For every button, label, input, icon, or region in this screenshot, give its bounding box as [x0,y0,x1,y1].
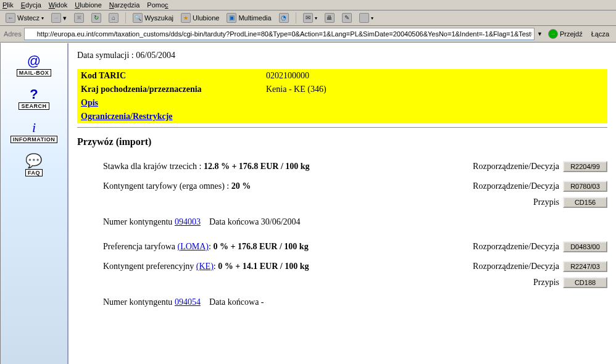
forward-icon [51,13,61,23]
history-button[interactable] [277,12,291,23]
question-icon: ? [19,88,49,101]
mailbox-icon: @ [17,54,52,68]
r3-enddate: Data końcowa 30/06/2004 [201,217,301,226]
menu-edit[interactable]: Edycja [21,1,41,9]
mail-icon [303,13,313,23]
regulation-button-r0780-03[interactable]: R0780/03 [563,181,607,192]
row-preferential-quota: Kontyngent preferencyjny (KE): 0 % + 14.… [103,259,607,275]
chat-icon: 💬 [25,154,43,168]
left-nav: @ MAIL-BOX ? SEARCH i INFORMATION 💬 FAQ [1,43,69,364]
nav-search[interactable]: ? SEARCH [19,88,49,110]
nav-information-label: INFORMATION [10,136,57,143]
home-button[interactable] [107,12,120,23]
menu-bar: Plik Edycja Widok Ulubione Narzędzia Pom… [0,0,616,10]
footnote-button-cd188[interactable]: CD188 [563,277,607,288]
row-tariff-quota: Kontyngent taryfowy (erga omnes) : 20 % … [103,178,607,194]
stop-icon [74,13,84,23]
import-rows: Stawka dla krajów trzecich : 12.8 % + 17… [77,159,607,310]
quota-link-094003[interactable]: 094003 [175,217,201,226]
menu-help[interactable]: Pomoc [147,1,168,9]
r2-prefix: Kontyngent taryfowy (erga omnes) : [103,181,231,191]
regulation-label: Rozporządzenie/Decyzja [473,162,559,172]
simulation-date-line: Data symulacji : 06/05/2004 [77,51,607,60]
taric-value: 0202100000 [262,69,607,83]
main-content: Data symulacji : 06/05/2004 Kod TARIC 02… [69,43,616,364]
nav-faq-label: FAQ [25,169,43,176]
r1-prefix: Stawka dla krajów trzecich : [103,162,204,171]
footnote-button-cd156[interactable]: CD156 [563,197,607,208]
mail-button[interactable] [301,12,319,23]
import-heading: Przywóz (import) [77,136,607,147]
back-label: Wstecz [17,14,40,22]
media-icon [227,13,236,23]
nav-mailbox[interactable]: @ MAIL-BOX [17,54,52,77]
home-icon [109,13,119,23]
simulation-date-label: Data symulacji : [77,51,134,60]
quota-link-094054[interactable]: 094054 [175,297,201,307]
print-button[interactable] [323,12,336,23]
regulation-button-r2204-99[interactable]: R2204/99 [563,161,607,172]
description-link[interactable]: Opis [81,98,98,107]
row-preferential-quota-footnote: Przypis CD188 [103,277,607,288]
edit-icon [342,13,352,23]
loma-link[interactable]: (LOMA) [177,242,209,251]
address-dropdown[interactable]: ▼ [537,31,543,37]
menu-file[interactable]: Plik [2,1,14,9]
separator [125,12,126,23]
origin-value: Kenia - KE (346) [262,83,607,96]
row-tariff-quota-footnote: Przypis CD156 [103,197,607,208]
taric-label: Kod TARIC [77,69,262,83]
r5-prefix: Kontyngent preferencyjny [103,262,196,271]
toolbar: Wstecz ▾ Wyszukaj Ulubione Multimedia [0,10,616,26]
media-button[interactable]: Multimedia [225,12,273,23]
nav-faq[interactable]: 💬 FAQ [25,154,43,176]
regulation-label: Rozporządzenie/Decyzja [473,242,559,252]
address-input[interactable] [24,28,535,40]
print-icon [325,13,335,23]
menu-view[interactable]: Widok [49,1,68,9]
go-icon [548,29,558,39]
edit-button[interactable] [340,12,354,23]
footnote-label: Przypis [533,278,559,287]
viewport: @ MAIL-BOX ? SEARCH i INFORMATION 💬 FAQ … [0,43,616,364]
reload-button[interactable] [89,12,103,23]
discuss-icon [359,13,369,23]
forward-button[interactable]: ▾ [49,12,69,23]
simulation-date-value: 06/05/2004 [136,51,175,60]
r4-rate: 0 % + 176.8 EUR / 100 kg [213,242,308,251]
menu-tools[interactable]: Narzędzia [109,1,140,9]
discuss-button[interactable] [357,12,375,23]
search-label: Wyszukaj [144,14,173,22]
menu-favorites[interactable]: Ulubione [75,1,101,9]
regulation-label: Rozporządzenie/Decyzja [473,262,559,271]
footnote-label: Przypis [533,197,559,207]
back-icon [6,13,15,23]
restrictions-link[interactable]: Ograniczenia/Restrykcje [81,112,173,121]
regulation-button-d0483-00[interactable]: D0483/00 [563,241,607,252]
favorites-button[interactable]: Ulubione [179,12,221,23]
r1-rate: 12.8 % + 176.8 EUR / 100 kg [204,162,310,171]
r2-rate: 20 % [231,181,251,191]
star-icon [181,13,191,23]
nav-search-label: SEARCH [19,102,49,110]
go-button[interactable]: Przejdź [545,28,586,40]
nav-mailbox-label: MAIL-BOX [17,69,52,77]
back-button[interactable]: Wstecz [4,12,46,23]
search-icon [133,13,143,23]
r6-prefix: Numer kontyngentu [103,297,175,307]
regulation-button-r2247-03[interactable]: R2247/03 [563,261,607,272]
search-button[interactable]: Wyszukaj [131,12,175,23]
header-yellow-box: Kod TARIC 0202100000 Kraj pochodzenia/pr… [77,69,607,123]
row-quota-number-1: Numer kontyngentu 094003 Data końcowa 30… [103,214,607,230]
r5-rate: 0 % + 14.1 EUR / 100 kg [218,262,309,271]
nav-information[interactable]: i INFORMATION [10,121,57,143]
go-label: Przejdź [560,30,583,38]
links-button[interactable]: Łącza [588,29,612,39]
stop-button[interactable] [72,12,86,23]
r3-prefix: Numer kontyngentu [103,217,175,226]
ke-link[interactable]: (KE) [196,262,214,271]
info-icon: i [10,121,57,134]
row-tariff-preference: Preferencja taryfowa (LOMA): 0 % + 176.8… [103,239,607,255]
regulation-label: Rozporządzenie/Decyzja [473,181,559,191]
r4-prefix: Preferencja taryfowa [103,242,177,251]
